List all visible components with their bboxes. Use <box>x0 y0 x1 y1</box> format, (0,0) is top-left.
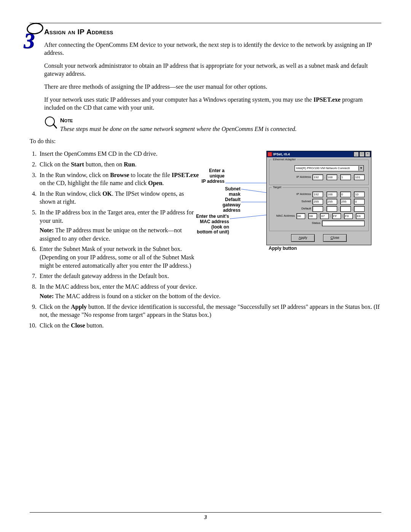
list-item: In the IP address box in the Target area… <box>38 208 199 243</box>
app-icon <box>268 152 272 157</box>
mac-3[interactable]: 67 <box>320 213 329 219</box>
adapter-group: Ethernet Adapter Intel(R) PRO/100 VM Net… <box>269 160 369 185</box>
list-item: Click on the Apply button. If the device… <box>38 303 381 319</box>
section-heading: Assign an IP Address <box>44 27 381 37</box>
chevron-down-icon[interactable]: ▼ <box>358 166 363 171</box>
default-3[interactable] <box>340 206 351 212</box>
default-1[interactable] <box>312 206 323 212</box>
target-ip-label: IP Address <box>296 192 311 197</box>
list-item: Enter the Subnet Mask of your network in… <box>38 245 199 270</box>
page-number: 3 <box>30 514 381 521</box>
status-label: Status <box>312 221 320 225</box>
callout-ip: Enter a unique IP address <box>195 168 225 184</box>
subnet-1[interactable]: 255 <box>312 199 323 204</box>
callout-apply: Apply button <box>269 246 314 251</box>
target-group: Target IP Address 192. 168. 0. 10 Subnet… <box>269 187 369 231</box>
paragraph: If your network uses static IP addresses… <box>44 96 381 112</box>
mac-1[interactable]: 00 <box>296 213 305 219</box>
mac-label: MAC Address <box>276 214 295 218</box>
paragraph: There are three methods of assigning the… <box>44 83 381 91</box>
status-field <box>322 220 365 226</box>
list-item: Click on the Start button, then on Run. <box>38 160 199 169</box>
default-2[interactable] <box>327 206 337 212</box>
adapter-ip-3: 1 <box>340 174 351 180</box>
callout-subnet: Subnet mask <box>211 187 241 197</box>
subnet-2[interactable]: 255 <box>327 199 337 204</box>
magnifier-icon <box>44 117 58 133</box>
list-item: Click on the Close button. <box>38 321 381 330</box>
subnet-3[interactable]: 255 <box>340 199 351 204</box>
target-ip-1[interactable]: 192 <box>312 192 323 197</box>
callout-mac: Enter the unit's MAC address (look on bo… <box>187 214 229 235</box>
adapter-dropdown[interactable]: Intel(R) PRO/100 VM Network Connecti ▼ <box>295 165 364 171</box>
todo-label: To do this: <box>30 137 381 145</box>
list-item: In the MAC address box, enter the MAC ad… <box>38 283 381 300</box>
close-window-button[interactable]: × <box>365 152 370 157</box>
note-title: Note <box>60 117 297 124</box>
target-ip-3[interactable]: 0 <box>340 192 351 197</box>
maximize-button[interactable]: □ <box>359 152 365 157</box>
page-footer: 3 <box>30 512 381 521</box>
ipset-window: IPSet, r0.4 _ □ × Ethernet Adapter Intel… <box>266 151 371 245</box>
adapter-ip-4: 101 <box>354 174 365 180</box>
titlebar: IPSet, r0.4 _ □ × <box>267 151 371 157</box>
adapter-ip-2: 168 <box>327 174 337 180</box>
target-ip-4[interactable]: 10 <box>354 192 365 197</box>
step-badge: 3 <box>24 24 44 46</box>
default-label: Default <box>301 207 311 211</box>
paragraph: After connecting the OpenComms EM device… <box>44 41 381 57</box>
subnet-label: Subnet <box>301 200 311 204</box>
apply-button[interactable]: Apply <box>291 234 315 242</box>
list-item: Enter the default gateway address in the… <box>38 272 199 280</box>
note-text: These steps must be done on the same net… <box>60 125 297 133</box>
mac-6[interactable]: E6 <box>356 213 365 219</box>
target-ip-2[interactable]: 168 <box>327 192 337 197</box>
subnet-4[interactable]: 0 <box>354 199 365 204</box>
note-block: Note These steps must be done on the sam… <box>44 117 381 133</box>
list-item: In the Run window, click on Browse to lo… <box>38 171 199 187</box>
paragraph: Consult your network administrator to ob… <box>44 62 381 78</box>
adapter-ip-1: 192 <box>312 174 323 180</box>
mac-2[interactable]: 08 <box>308 213 317 219</box>
minimize-button[interactable]: _ <box>354 152 359 157</box>
close-button[interactable]: Close <box>323 234 347 242</box>
mac-5[interactable]: F0 <box>344 213 353 219</box>
window-title: IPSet, r0.4 <box>273 152 290 157</box>
callout-default: Default gateway address <box>211 197 241 213</box>
adapter-ip-label: IP Address <box>296 175 311 179</box>
list-item: In the Run window, click OK. The IPSet w… <box>38 190 199 206</box>
mac-4[interactable]: FF <box>332 213 341 219</box>
default-4[interactable] <box>354 206 365 212</box>
